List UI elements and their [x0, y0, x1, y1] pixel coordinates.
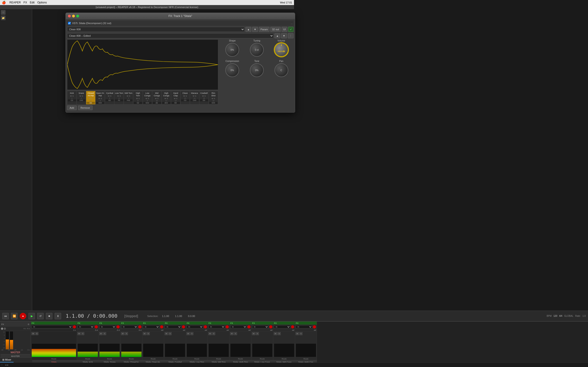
app-title: [unsaved project] – REAPER v6.18 – Regis… [96, 6, 198, 8]
waveform-display[interactable] [67, 40, 218, 90]
preset-down-btn[interactable]: ▼ [252, 27, 258, 32]
drum-pad-highconga[interactable]: High CongaMS11A#2 [162, 91, 171, 104]
apple-menu[interactable]: 🍎 [2, 1, 6, 4]
drum-pad-num-10: 11 [162, 100, 170, 102]
compression-knob[interactable]: 0% [225, 63, 239, 77]
tuning-label: Tuning [253, 40, 260, 42]
shape-knob[interactable]: 0% [225, 43, 239, 57]
drum-pad-ms-8: MS [143, 98, 152, 100]
fx-more-btn[interactable]: ... [291, 22, 293, 25]
drum-pad-ms-14: MS [200, 95, 208, 97]
drum-pad-name-15: Rim Shot [209, 92, 217, 97]
drum-pad-num-15: 16 [209, 100, 217, 102]
drum-pad-num-8: 9 [143, 100, 152, 102]
compression-label: Compression [225, 60, 239, 62]
drum-pad-openhi-hat[interactable]: Open Hi-HatMS4D#2 [95, 91, 105, 104]
drum-pad-note-5: F2 [115, 99, 123, 101]
app-titlebar: [unsaved project] – REAPER v6.18 – Regis… [0, 5, 294, 9]
menu-edit[interactable]: Edit [30, 1, 35, 4]
menu-fx[interactable]: FX [23, 1, 27, 4]
drum-pad-lowconga[interactable]: Low CongaMS9G#2 [143, 91, 152, 104]
drum-pad-maraca[interactable]: MaracaMS14C#3 [190, 91, 199, 104]
add-button[interactable]: Add [67, 106, 77, 110]
drum-pad-rimshot[interactable]: Rim ShotMS16D#3 [209, 91, 218, 104]
menubar-time: Wed 17:01 [280, 1, 292, 4]
drum-pad-name-8: Low Conga [143, 92, 152, 97]
pan-knob[interactable]: C [275, 63, 288, 77]
drum-pad-handclap[interactable]: Hand ClapMS12B2 [171, 91, 181, 104]
menu-options[interactable]: Options [37, 1, 47, 4]
sidebar-icon-2[interactable]: 📁 [1, 16, 6, 20]
remove-button[interactable]: Remove [78, 106, 93, 110]
preset-dropdown[interactable]: Clean 808 [67, 27, 245, 32]
drum-pad-ms-6: MS [124, 95, 132, 97]
drum-pad-num-9: 10 [153, 100, 161, 102]
fx-window-body: VSTi: Sitala (Decomposer) (32 out) ... C… [66, 19, 294, 112]
tuning-knob[interactable]: 0 ct [250, 43, 264, 57]
pan-value: C [280, 69, 282, 72]
menu-reaper[interactable]: REAPER [9, 1, 21, 4]
sidebar-icon-1[interactable]: ⚙ [1, 10, 6, 15]
drum-pad-name-3: Open Hi-Hat [96, 92, 104, 97]
drum-pad-name-9: Mid Conga [153, 92, 161, 97]
drum-pad-snare[interactable]: SnareMS2C#2 [77, 91, 86, 104]
out32-btn[interactable]: 32 out [270, 27, 281, 32]
menubar: 🍎 REAPER FX Edit Options Wed 17:01 [0, 0, 294, 5]
tuning-group: Tuning 0 ct [250, 40, 264, 57]
drum-pad-num-11: 12 [172, 100, 180, 102]
drum-pad-note-8: G#2 [143, 102, 152, 104]
drum-pad-ms-1: MS [77, 95, 86, 97]
drum-pad-name-10: High Conga [162, 92, 170, 97]
tone-knob[interactable]: 0% [250, 63, 264, 77]
volume-label: Volume [277, 40, 285, 42]
maximize-button[interactable] [76, 15, 79, 17]
drum-pad-cymbal[interactable]: CymbalMS5E2 [105, 91, 114, 104]
shape-value: 0% [231, 49, 234, 51]
top-knobs-row: Shape 0% Tuning 0 ct Volume [220, 40, 294, 57]
drum-pad-ms-3: MS [96, 98, 104, 100]
drum-pad-closedhi-hat[interactable]: Closed Hi-HatMS3D2 [86, 91, 95, 104]
pan-group: Pan C [275, 60, 288, 77]
window-controls[interactable] [68, 15, 79, 17]
fx-window-titlebar: FX: Track 1 "Sitala" [66, 13, 294, 19]
drum-pad-num-7: 8 [134, 100, 142, 102]
drum-pad-ms-7: MS [134, 98, 142, 100]
sub-preset-menu-btn[interactable]: ⋮ [288, 33, 294, 38]
sub-preset-down-btn[interactable]: ▼ [281, 33, 287, 38]
drum-pad-ms-13: MS [190, 95, 199, 97]
drum-pad-name-4: Cymbal [105, 92, 114, 94]
drum-pad-cowbell[interactable]: CowbellMS15D3 [199, 91, 209, 104]
drum-pad-ms-2: MS [86, 98, 95, 100]
drum-pad-kick[interactable]: KickMS1C2 [67, 91, 77, 104]
drum-pad-hightom[interactable]: High TomMS8G2 [133, 91, 143, 104]
drum-pad-note-1: C#2 [77, 99, 86, 101]
volume-knob[interactable]: +0.0 dB [275, 43, 288, 57]
drum-pad-name-1: Snare [77, 92, 86, 94]
preset-up-btn[interactable]: ▲ [246, 27, 251, 32]
drum-pad-midconga[interactable]: Mid CongaMS10A2 [152, 91, 162, 104]
drum-pad-num-4: 5 [105, 97, 114, 99]
drum-pad-note-11: B2 [172, 102, 180, 104]
drum-pad-num-3: 4 [96, 100, 104, 102]
close-button[interactable] [68, 15, 71, 17]
drum-pad-name-0: Kick [68, 92, 76, 94]
sub-preset-dropdown[interactable]: Clean 808 – Edited [67, 33, 274, 38]
fx-enable-checkbox[interactable] [68, 22, 71, 25]
tone-label: Tone [254, 60, 259, 62]
drum-pad-name-11: Hand Clap [172, 92, 180, 97]
minimize-button[interactable] [72, 15, 75, 17]
sub-preset-up-btn[interactable]: ▲ [275, 33, 280, 38]
drum-pad-num-0: 1 [68, 97, 76, 99]
drum-pad-ms-0: MS [68, 95, 76, 97]
drum-pad-note-15: D#3 [209, 102, 217, 104]
drum-pad-lowtom[interactable]: Low TomMS6F2 [114, 91, 124, 104]
drum-pad-midtom[interactable]: Mid TomMS7F#2 [124, 91, 133, 104]
pan-label: Pan [279, 60, 284, 62]
svg-rect-0 [67, 40, 218, 90]
volume-value: +0.0 dB [278, 50, 285, 52]
ui-btn[interactable]: UI [282, 27, 287, 32]
param-btn[interactable]: Param [259, 27, 269, 32]
bypass-btn[interactable]: ✓ [288, 27, 294, 32]
drum-pad-clave[interactable]: ClaveMS13C3 [181, 91, 190, 104]
drum-pad-name-13: Maraca [190, 92, 199, 94]
